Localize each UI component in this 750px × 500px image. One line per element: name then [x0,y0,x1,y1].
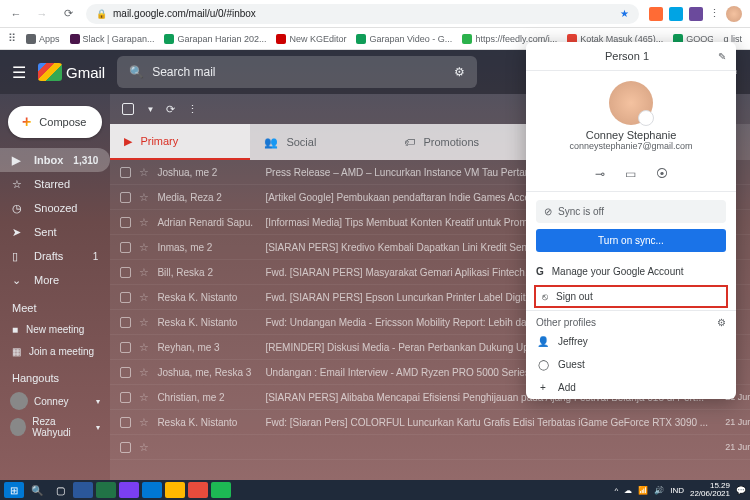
mail-checkbox[interactable] [120,192,131,203]
mail-checkbox[interactable] [120,317,131,328]
mail-row[interactable]: ☆21 Jun [110,435,750,460]
hangout-contact[interactable]: Conney▾ [0,388,110,414]
star-icon[interactable]: ☆ [139,166,149,179]
sidebar-item-snoozed[interactable]: ◷Snoozed [0,196,110,220]
compose-button[interactable]: + Compose [8,106,102,138]
star-icon[interactable]: ☆ [139,191,149,204]
sidebar-item-more[interactable]: ⌄More [0,268,110,292]
star-icon[interactable]: ☆ [139,316,149,329]
inbox-icon: ▶ [12,154,24,167]
address-bar[interactable]: 🔒 mail.google.com/mail/u/0/#inbox ★ [86,4,639,24]
mail-checkbox[interactable] [120,242,131,253]
back-button[interactable]: ← [8,6,24,22]
profile-option-guest[interactable]: ◯Guest [526,353,736,376]
mail-checkbox[interactable] [120,217,131,228]
mail-checkbox[interactable] [120,292,131,303]
extensions-menu-icon[interactable]: ⋮ [709,7,720,20]
join-meeting-button[interactable]: ▦Join a meeting [0,340,110,362]
tab-icon: 🏷 [404,136,415,148]
mail-row[interactable]: ☆Reska K. NistantoFwd: [Siaran Pers] COL… [110,410,750,435]
tray-wifi-icon[interactable]: 📶 [638,486,648,495]
profile-icon: + [536,382,550,393]
profile-option-add[interactable]: +Add [526,376,736,399]
select-dropdown-icon[interactable]: ▼ [146,105,154,114]
sidebar-item-drafts[interactable]: ▯Drafts1 [0,244,110,268]
location-icon[interactable]: ⦿ [656,167,668,181]
sidebar-item-inbox[interactable]: ▶Inbox1,310 [0,148,110,172]
profile-header: Person 1 [536,50,718,62]
mail-checkbox[interactable] [120,392,131,403]
ext-icon[interactable] [689,7,703,21]
bookmark-item[interactable]: New KGEditor [276,34,346,44]
hangout-contact[interactable]: Reza Wahyudi▾ [0,414,110,440]
tray-icon[interactable]: ☁ [624,486,632,495]
main-menu-icon[interactable]: ☰ [12,63,26,82]
key-icon[interactable]: ⊸ [595,167,605,181]
taskbar-app[interactable] [119,482,139,498]
profile-option-jeffrey[interactable]: 👤Jeffrey [526,330,736,353]
payment-icon[interactable]: ▭ [625,167,636,181]
mail-checkbox[interactable] [120,367,131,378]
bookmark-item[interactable]: Garapan Video - G... [356,34,452,44]
gmail-logo[interactable]: Gmail [38,63,105,81]
bookmark-item[interactable]: Garapan Harian 202... [164,34,266,44]
search-options-icon[interactable]: ⚙ [454,65,465,79]
star-icon[interactable]: ☆ [139,416,149,429]
star-icon[interactable]: ☆ [139,266,149,279]
tray-chevron-icon[interactable]: ^ [614,486,618,495]
clock[interactable]: 15.29 22/06/2021 [690,482,730,498]
tab-promotions[interactable]: 🏷Promotions [390,124,530,160]
url-text: mail.google.com/mail/u/0/#inbox [113,8,256,19]
mail-checkbox[interactable] [120,167,131,178]
notification-icon[interactable]: 💬 [736,486,746,495]
taskbar-app[interactable] [188,482,208,498]
bookmark-item[interactable]: Slack | Garapan... [70,34,155,44]
chevron-down-icon: ⌄ [12,274,24,287]
apps-icon[interactable]: ⠿ [8,32,16,45]
star-icon[interactable]: ☆ [139,241,149,254]
taskbar-app[interactable] [165,482,185,498]
taskbar-app[interactable] [73,482,93,498]
tab-primary[interactable]: ▶Primary [110,124,250,160]
select-all-checkbox[interactable] [122,103,134,115]
search-button[interactable]: 🔍 [27,482,47,498]
refresh-icon[interactable]: ⟳ [166,103,175,116]
mail-checkbox[interactable] [120,342,131,353]
taskbar-app[interactable] [96,482,116,498]
star-icon[interactable]: ☆ [139,441,149,454]
more-icon[interactable]: ⋮ [187,103,198,116]
taskbar-app[interactable] [142,482,162,498]
star-icon: ☆ [12,178,24,191]
edit-icon[interactable]: ✎ [718,51,726,62]
favicon [70,34,80,44]
mail-checkbox[interactable] [120,417,131,428]
turn-on-sync-button[interactable]: Turn on sync... [536,229,726,252]
profile-avatar-button[interactable] [726,6,742,22]
sidebar-item-sent[interactable]: ➤Sent [0,220,110,244]
mail-checkbox[interactable] [120,442,131,453]
start-button[interactable]: ⊞ [4,482,24,498]
forward-button[interactable]: → [34,6,50,22]
search-input[interactable]: 🔍 Search mail ⚙ [117,56,477,88]
manage-account-link[interactable]: G Manage your Google Account [526,260,736,283]
settings-gear-icon[interactable]: ⚙ [717,317,726,328]
ext-icon[interactable] [669,7,683,21]
bookmark-star-icon[interactable]: ★ [620,8,629,19]
star-icon[interactable]: ☆ [139,216,149,229]
reload-button[interactable]: ⟳ [60,6,76,22]
language-indicator[interactable]: IND [670,486,684,495]
sidebar-item-starred[interactable]: ☆Starred [0,172,110,196]
mail-checkbox[interactable] [120,267,131,278]
bookmark-item[interactable]: Apps [26,34,60,44]
sign-out-button[interactable]: ⎋ Sign out [534,285,728,308]
task-view-button[interactable]: ▢ [50,482,70,498]
star-icon[interactable]: ☆ [139,341,149,354]
star-icon[interactable]: ☆ [139,391,149,404]
taskbar-app[interactable] [211,482,231,498]
tab-social[interactable]: 👥Social [250,124,390,160]
new-meeting-button[interactable]: ■New meeting [0,318,110,340]
ext-icon[interactable] [649,7,663,21]
star-icon[interactable]: ☆ [139,291,149,304]
star-icon[interactable]: ☆ [139,366,149,379]
tray-volume-icon[interactable]: 🔊 [654,486,664,495]
